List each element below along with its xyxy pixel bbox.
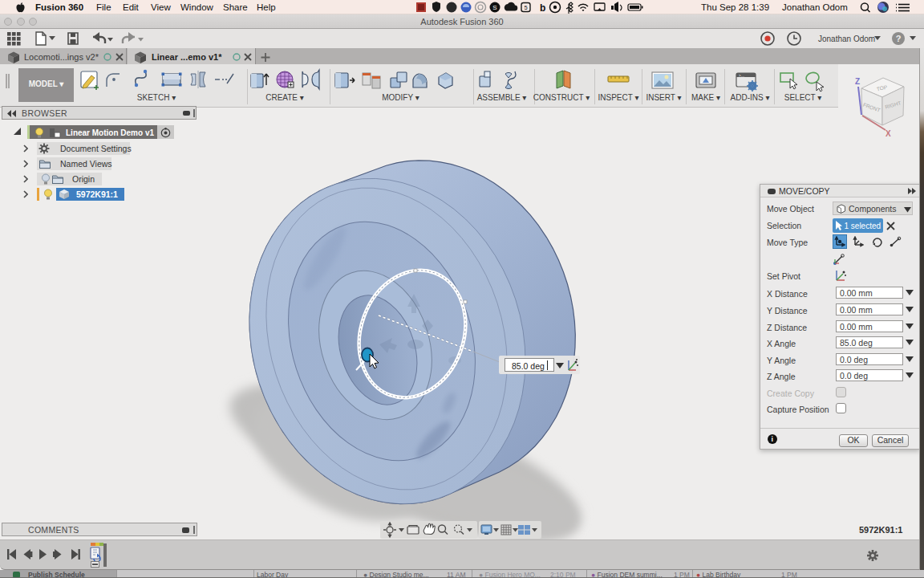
svg-text:?: ? — [896, 34, 902, 43]
svg-text:S: S — [492, 4, 496, 11]
svg-text:Z: Z — [855, 77, 860, 86]
svg-text:X: X — [886, 129, 891, 138]
svg-text:>…: >… — [739, 74, 744, 78]
svg-text:b: b — [540, 2, 545, 14]
svg-text:5: 5 — [524, 4, 527, 11]
